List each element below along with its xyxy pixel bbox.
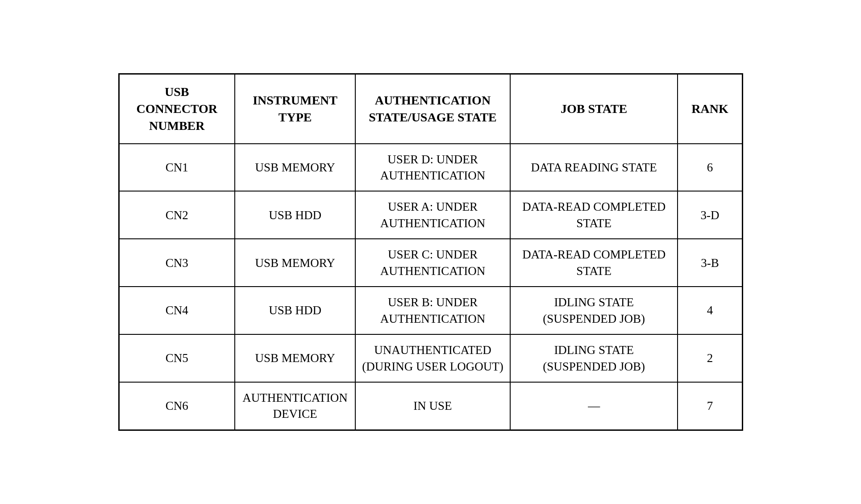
cell-instrument: USB MEMORY	[235, 144, 355, 192]
cell-usb: CN4	[119, 287, 235, 334]
cell-instrument: USB HDD	[235, 191, 355, 239]
cell-rank: 2	[678, 334, 742, 382]
cell-auth: USER D: UNDER AUTHENTICATION	[355, 144, 510, 192]
header-instrument-type: INSTRUMENT TYPE	[235, 74, 355, 144]
header-usb-connector: USB CONNECTOR NUMBER	[119, 74, 235, 144]
table-row: CN3USB MEMORYUSER C: UNDER AUTHENTICATIO…	[119, 239, 742, 287]
cell-rank: 6	[678, 144, 742, 192]
cell-job: DATA READING STATE	[510, 144, 678, 192]
table-row: CN2USB HDDUSER A: UNDER AUTHENTICATIONDA…	[119, 191, 742, 239]
cell-job: IDLING STATE (SUSPENDED JOB)	[510, 334, 678, 382]
cell-rank: 3-D	[678, 191, 742, 239]
cell-auth: USER A: UNDER AUTHENTICATION	[355, 191, 510, 239]
cell-usb: CN5	[119, 334, 235, 382]
header-auth-state: AUTHENTICATION STATE/USAGE STATE	[355, 74, 510, 144]
cell-usb: CN1	[119, 144, 235, 192]
cell-rank: 4	[678, 287, 742, 334]
header-rank: RANK	[678, 74, 742, 144]
data-table: USB CONNECTOR NUMBER INSTRUMENT TYPE AUT…	[118, 73, 743, 431]
header-row: USB CONNECTOR NUMBER INSTRUMENT TYPE AUT…	[119, 74, 742, 144]
cell-usb: CN3	[119, 239, 235, 287]
header-job-state: JOB STATE	[510, 74, 678, 144]
table-row: CN5USB MEMORYUNAUTHENTICATED (DURING USE…	[119, 334, 742, 382]
cell-instrument: AUTHENTICATION DEVICE	[235, 382, 355, 430]
cell-auth: USER B: UNDER AUTHENTICATION	[355, 287, 510, 334]
table-row: CN4USB HDDUSER B: UNDER AUTHENTICATIONID…	[119, 287, 742, 334]
cell-job: DATA-READ COMPLETED STATE	[510, 239, 678, 287]
cell-instrument: USB HDD	[235, 287, 355, 334]
cell-job: —	[510, 382, 678, 430]
cell-auth: USER C: UNDER AUTHENTICATION	[355, 239, 510, 287]
cell-job: IDLING STATE (SUSPENDED JOB)	[510, 287, 678, 334]
table-container: USB CONNECTOR NUMBER INSTRUMENT TYPE AUT…	[118, 73, 743, 431]
cell-auth: IN USE	[355, 382, 510, 430]
cell-rank: 7	[678, 382, 742, 430]
table-row: CN1USB MEMORYUSER D: UNDER AUTHENTICATIO…	[119, 144, 742, 192]
cell-rank: 3-B	[678, 239, 742, 287]
cell-auth: UNAUTHENTICATED (DURING USER LOGOUT)	[355, 334, 510, 382]
cell-usb: CN6	[119, 382, 235, 430]
cell-instrument: USB MEMORY	[235, 334, 355, 382]
cell-usb: CN2	[119, 191, 235, 239]
cell-job: DATA-READ COMPLETED STATE	[510, 191, 678, 239]
cell-instrument: USB MEMORY	[235, 239, 355, 287]
table-row: CN6AUTHENTICATION DEVICEIN USE—7	[119, 382, 742, 430]
